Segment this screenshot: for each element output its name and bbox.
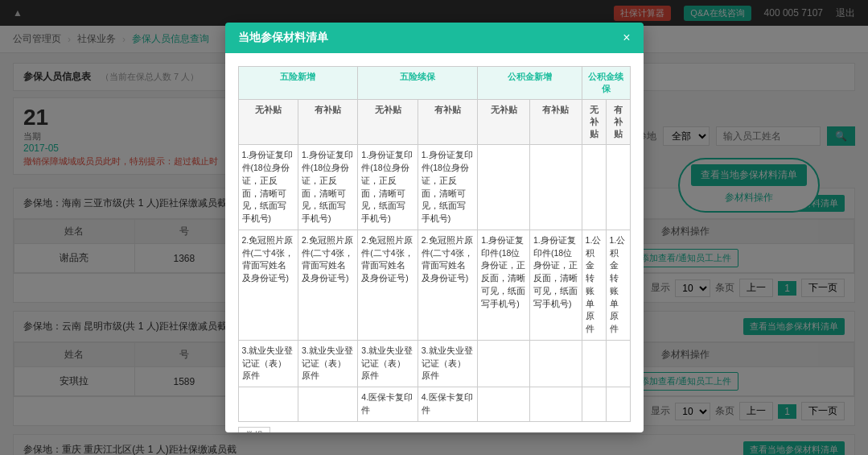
- modal-cell: 1.公积金转账单原件: [582, 230, 606, 340]
- modal-cell: [582, 340, 606, 387]
- modal-cell: [606, 387, 630, 422]
- modal-body: 五险新增 五险续保 公积金新增 公积金续保 无补贴 有补贴 无补贴 有补贴 无补…: [225, 53, 644, 432]
- modal-subheader-6: 有补贴: [529, 100, 582, 145]
- modal-subheader-5: 无补贴: [478, 100, 530, 145]
- modal-subheader-7: 无补贴: [582, 100, 606, 145]
- modal-cell: [298, 387, 357, 422]
- modal-close-btn[interactable]: ×: [623, 31, 630, 45]
- modal-cell: [582, 145, 606, 230]
- modal-cell: [478, 145, 530, 230]
- modal-cell: [478, 387, 530, 422]
- modal-cell: 2.免冠照片原件(二寸4张，背面写姓名及身份证号): [298, 230, 357, 340]
- modal-cell: [529, 145, 582, 230]
- modal-subheader-3: 无补贴: [358, 100, 418, 145]
- normal-indicator: 常规: [238, 427, 631, 432]
- modal-cell: 1.身份证复印件(18位身份证，正反面，清晰可见，纸面写手机号): [529, 230, 582, 340]
- modal-cell: 4.医保卡复印件: [358, 387, 418, 422]
- modal-col-group-3: 公积金新增: [478, 67, 582, 100]
- modal-subheader-8: 有补贴: [606, 100, 630, 145]
- modal-cell: 3.就业失业登记证（表）原件: [358, 340, 418, 387]
- modal-cell: [478, 340, 530, 387]
- modal-cell: 3.就业失业登记证（表）原件: [418, 340, 477, 387]
- modal-col-group-4: 公积金续保: [582, 67, 630, 100]
- modal-cell: 3.就业失业登记证（表）原件: [238, 340, 298, 387]
- modal-subheader-4: 有补贴: [418, 100, 477, 145]
- modal-cell: [582, 387, 606, 422]
- modal-cell: 1.身份证复印件(18位身份证，正反面，清晰可见，纸面写手机号): [298, 145, 357, 230]
- modal-cell: [606, 340, 630, 387]
- modal-cell: 1.身份证复印件(18位身份证，正反面，清晰可见，纸面写手机号): [358, 145, 418, 230]
- modal-cell: [529, 340, 582, 387]
- modal-cell: 3.就业失业登记证（表）原件: [298, 340, 357, 387]
- modal-cell: 2.免冠照片原件(二寸4张，背面写姓名及身份证号): [418, 230, 477, 340]
- modal-cell: 1.公积金转账单原件: [606, 230, 630, 340]
- modal-cell: 1.身份证复印件(18位身份证，正反面，清晰可见，纸面写手机号): [418, 145, 477, 230]
- modal-cell: [606, 145, 630, 230]
- modal-col-group-1: 五险新增: [238, 67, 358, 100]
- modal-cell: [529, 387, 582, 422]
- modal-cell: 2.免冠照片原件(二寸4张，背面写姓名及身份证号): [358, 230, 418, 340]
- modal-table: 五险新增 五险续保 公积金新增 公积金续保 无补贴 有补贴 无补贴 有补贴 无补…: [238, 66, 631, 421]
- normal-label: 常规: [238, 427, 270, 432]
- modal-header: 当地参保材料清单 ×: [225, 23, 644, 53]
- modal-overlay[interactable]: 当地参保材料清单 × 五险新增 五险续保 公积金新增 公积金续保 无补贴 有补贴…: [0, 0, 868, 455]
- modal-cell: [238, 387, 298, 422]
- modal: 当地参保材料清单 × 五险新增 五险续保 公积金新增 公积金续保 无补贴 有补贴…: [225, 23, 644, 432]
- modal-cell: 2.免冠照片原件(二寸4张，背面写姓名及身份证号): [238, 230, 298, 340]
- modal-cell: 1.身份证复印件(18位身份证，正反面，清晰可见，纸面写手机号): [238, 145, 298, 230]
- modal-col-group-2: 五险续保: [358, 67, 478, 100]
- modal-cell: 4.医保卡复印件: [418, 387, 477, 422]
- modal-title: 当地参保材料清单: [238, 31, 328, 45]
- modal-subheader-1: 无补贴: [238, 100, 298, 145]
- modal-subheader-2: 有补贴: [298, 100, 357, 145]
- modal-cell: 1.身份证复印件(18位身份证，正反面，清晰可见，纸面写手机号): [478, 230, 530, 340]
